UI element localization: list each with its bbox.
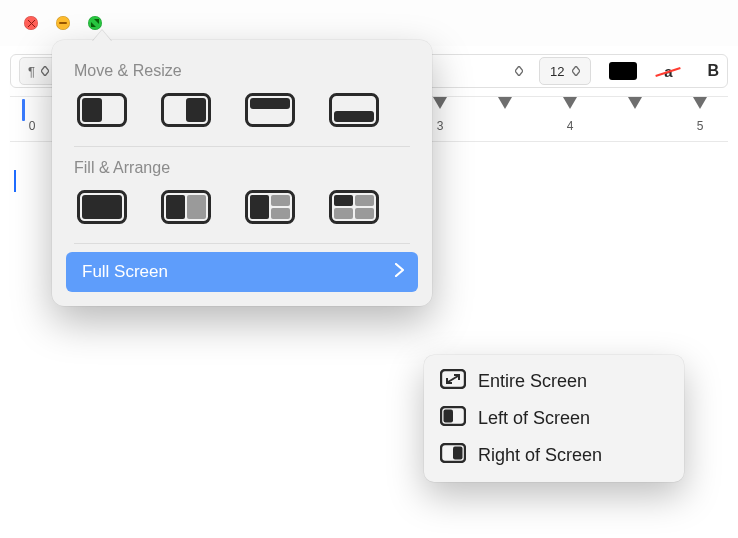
window-close-button[interactable] <box>24 16 38 30</box>
pilcrow-icon: ¶ <box>28 64 35 79</box>
letter-a-icon: a <box>664 63 672 80</box>
submenu-item-label: Left of Screen <box>478 408 590 429</box>
window-tiling-popover: Move & Resize Fill & Arrange Full S <box>52 40 432 306</box>
text-color-swatch[interactable] <box>609 62 637 80</box>
svg-rect-23 <box>355 208 374 219</box>
clear-style-button[interactable]: a <box>657 61 679 81</box>
submenu-item-label: Entire Screen <box>478 371 587 392</box>
window-right-half-icon <box>440 443 466 468</box>
arrange-two-up-button[interactable] <box>158 187 214 227</box>
full-screen-menu-item[interactable]: Full Screen <box>66 252 418 292</box>
arrange-three-up-button[interactable] <box>242 187 298 227</box>
move-right-half-button[interactable] <box>158 90 214 130</box>
svg-rect-3 <box>82 98 102 122</box>
svg-rect-20 <box>334 195 353 206</box>
fullscreen-arrows-icon <box>440 369 466 394</box>
move-resize-heading: Move & Resize <box>64 58 420 88</box>
ruler-number: 3 <box>437 119 444 133</box>
right-of-screen-item[interactable]: Right of Screen <box>430 437 678 474</box>
traffic-lights <box>24 16 102 30</box>
tab-marker-icon[interactable] <box>693 97 707 109</box>
ruler-number: 5 <box>697 119 704 133</box>
svg-rect-9 <box>334 111 374 122</box>
fill-arrange-row <box>64 185 420 241</box>
window-zoom-button[interactable] <box>88 16 102 30</box>
chevron-right-icon <box>395 262 404 282</box>
popover-pointer <box>92 30 112 42</box>
svg-rect-5 <box>186 98 206 122</box>
full-screen-label: Full Screen <box>82 262 168 282</box>
svg-rect-17 <box>271 195 290 206</box>
fill-arrange-heading: Fill & Arrange <box>64 155 420 185</box>
entire-screen-item[interactable]: Entire Screen <box>430 363 678 400</box>
bold-button[interactable]: B <box>707 62 719 80</box>
window-left-half-icon <box>440 406 466 431</box>
svg-rect-22 <box>334 208 353 219</box>
svg-rect-7 <box>250 98 290 109</box>
full-screen-submenu: Entire Screen Left of Screen Right of Sc… <box>424 355 684 482</box>
svg-rect-18 <box>271 208 290 219</box>
svg-rect-13 <box>166 195 185 219</box>
svg-rect-16 <box>250 195 269 219</box>
svg-rect-27 <box>444 410 454 423</box>
tab-marker-icon[interactable] <box>628 97 642 109</box>
svg-marker-1 <box>94 19 99 24</box>
move-left-half-button[interactable] <box>74 90 130 130</box>
letter-b-icon: B <box>707 62 719 79</box>
text-caret <box>14 170 16 192</box>
ruler-number: 0 <box>29 119 36 133</box>
divider <box>74 146 410 147</box>
font-size-value: 12 <box>550 64 564 79</box>
chevron-updown-icon <box>572 66 580 76</box>
svg-rect-21 <box>355 195 374 206</box>
window-minimize-button[interactable] <box>56 16 70 30</box>
arrange-quadrants-button[interactable] <box>326 187 382 227</box>
move-bottom-half-button[interactable] <box>326 90 382 130</box>
svg-rect-29 <box>453 447 463 460</box>
move-top-half-button[interactable] <box>242 90 298 130</box>
tab-marker-icon[interactable] <box>563 97 577 109</box>
svg-rect-11 <box>82 195 122 219</box>
fill-screen-button[interactable] <box>74 187 130 227</box>
left-of-screen-item[interactable]: Left of Screen <box>430 400 678 437</box>
left-indent-marker[interactable] <box>22 99 25 121</box>
tab-marker-icon[interactable] <box>498 97 512 109</box>
chevron-updown-icon <box>41 66 49 76</box>
font-size-stepper[interactable]: 12 <box>539 57 591 85</box>
svg-marker-0 <box>91 22 96 27</box>
ruler-number: 4 <box>567 119 574 133</box>
move-resize-row <box>64 88 420 144</box>
svg-rect-14 <box>187 195 206 219</box>
svg-line-25 <box>448 376 458 382</box>
divider <box>74 243 410 244</box>
submenu-item-label: Right of Screen <box>478 445 602 466</box>
font-family-chevrons-icon[interactable] <box>515 66 523 76</box>
tab-marker-icon[interactable] <box>433 97 447 109</box>
